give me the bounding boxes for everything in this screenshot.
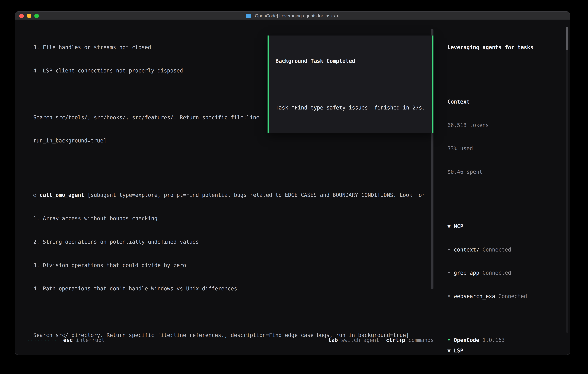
tool-call-arg-line: 2. String operations on potentially unde… [33, 238, 430, 246]
app-version: 1.0.163 [479, 337, 505, 343]
background-task-toast[interactable]: Background Task Completed Task "Find typ… [268, 36, 433, 133]
blank-line [447, 316, 566, 323]
tool-call-args: [subagent_type=explore, prompt=Find pote… [87, 192, 425, 198]
window-title-text: [OpenCode] Leveraging agents for tasks ◐ [253, 13, 339, 18]
folder-icon [246, 14, 251, 18]
status-left: ·········esc interrupt [27, 336, 105, 344]
sidebar-scrollbar-thumb[interactable] [566, 27, 568, 50]
bullet-icon: • [447, 270, 454, 276]
esc-key-hint: esc [63, 337, 73, 343]
window-titlebar[interactable]: [OpenCode] Leveraging agents for tasks ◐ [15, 12, 570, 20]
traffic-lights [19, 12, 39, 20]
chevron-down-icon: ▼ [447, 348, 454, 354]
bullet-icon: • [447, 337, 454, 343]
tab-key-label: switch agent [338, 337, 379, 343]
context-used: 33% used [447, 145, 566, 152]
tool-call-arg-line: 4. Path operations that don't handle Win… [33, 285, 430, 292]
tool-call-name: call_omo_agent [40, 192, 87, 198]
blank-line [447, 191, 566, 199]
tool-call-arg-line: 1. Array access without bounds checking [33, 215, 430, 222]
tool-call-arg-line [33, 308, 430, 316]
mcp-status: Connected [479, 270, 511, 276]
toast-title: Background Task Completed [275, 57, 426, 65]
log-line: run_in_background=true] [33, 137, 430, 145]
terminal-body: 3. File handles or streams not closed 4.… [15, 20, 570, 355]
log-line [33, 160, 430, 168]
mcp-item: • context7 Connected [447, 246, 566, 254]
sidebar-scrollbar-track[interactable] [566, 27, 568, 333]
esc-key-label: interrupt [73, 337, 105, 343]
mcp-name: grep_app [454, 270, 479, 276]
mcp-item: • websearch_exa Connected [447, 292, 566, 300]
status-right: tab switch agentctrl+p commands [328, 336, 434, 344]
session-sidebar: Leveraging agents for tasks Context 66,5… [447, 20, 566, 355]
mcp-item: • grep_app Connected [447, 269, 566, 277]
bullet-icon: • [447, 247, 454, 253]
lsp-heading[interactable]: ▼ LSP [447, 347, 566, 355]
tool-call-arg-line: 3. Division operations that could divide… [33, 261, 430, 269]
blank-line [275, 80, 426, 88]
tab-key-hint: tab [328, 337, 338, 343]
mcp-name: websearch_exa [454, 293, 495, 299]
minimize-button[interactable] [27, 13, 31, 18]
gear-icon: ⚙ [33, 192, 40, 198]
chevron-down-icon: ▼ [447, 223, 454, 229]
mcp-heading[interactable]: ▼ MCP [447, 222, 566, 230]
tool-call-line: ⚙ call_omo_agent [subagent_type=explore,… [33, 191, 430, 199]
mcp-status: Connected [495, 293, 527, 299]
bullet-icon: • [447, 293, 454, 299]
mcp-status: Connected [479, 247, 511, 253]
context-tokens: 66,518 tokens [447, 121, 566, 129]
context-heading: Context [447, 98, 566, 106]
ctrlp-key-hint: ctrl+p [386, 337, 405, 343]
close-button[interactable] [19, 13, 24, 18]
toast-body: Task "Find type safety issues" finished … [275, 104, 426, 112]
blank-line [447, 67, 566, 75]
app-name: OpenCode [454, 337, 479, 343]
sidebar-footer: • OpenCode 1.0.163 [447, 336, 505, 344]
session-title: Leveraging agents for tasks [447, 43, 566, 51]
context-spent: $0.46 spent [447, 168, 566, 176]
spinner-dots-icon: ········· [27, 337, 57, 343]
ctrlp-key-label: commands [405, 337, 434, 343]
status-bar: ·········esc interrupt tab switch agentc… [27, 336, 434, 344]
zoom-button[interactable] [34, 13, 39, 18]
terminal-window: [OpenCode] Leveraging agents for tasks ◐… [15, 11, 570, 355]
screen: [OpenCode] Leveraging agents for tasks ◐… [0, 0, 588, 374]
window-title: [OpenCode] Leveraging agents for tasks ◐ [246, 13, 339, 18]
mcp-name: context7 [454, 247, 479, 253]
